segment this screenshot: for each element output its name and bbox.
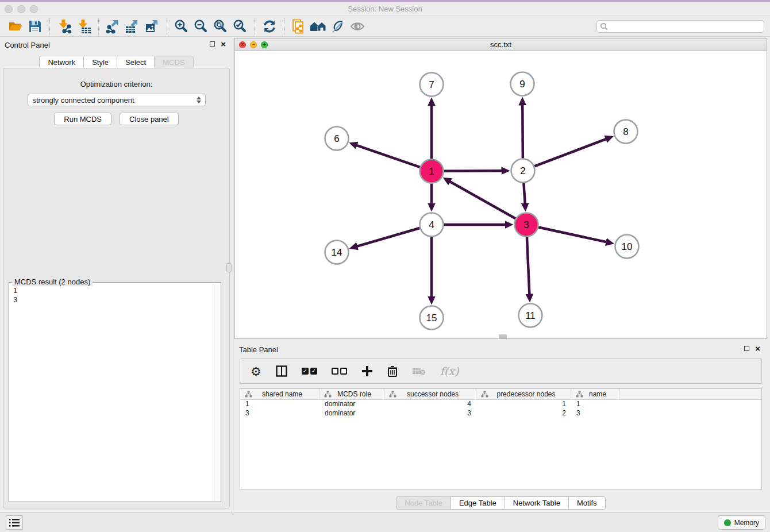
table-row[interactable]: 1dominator411 xyxy=(240,400,761,409)
column-header-successor-nodes[interactable]: successor nodes xyxy=(384,389,476,399)
table-row[interactable]: 3dominator323 xyxy=(240,409,761,418)
table-settings-button[interactable]: ⚙ xyxy=(251,365,261,377)
zoom-in-button[interactable] xyxy=(172,18,191,35)
result-scrollbar[interactable] xyxy=(213,284,220,500)
float-panel-icon[interactable] xyxy=(210,41,215,47)
search-input[interactable] xyxy=(596,20,764,33)
run-mcds-button[interactable]: Run MCDS xyxy=(54,113,111,125)
gear-icon: ⚙ xyxy=(251,365,261,377)
graph-node-4[interactable]: 4 xyxy=(420,213,444,237)
optimization-criterion-label: Optimization criterion: xyxy=(3,80,229,88)
table-cell: 1 xyxy=(240,400,319,409)
network-canvas[interactable]: 7968124314101511 xyxy=(235,51,767,338)
edge-1-2[interactable] xyxy=(444,171,503,171)
edge-3-10[interactable] xyxy=(538,228,608,242)
task-history-button[interactable] xyxy=(6,515,23,530)
column-header-shared-name[interactable]: shared name xyxy=(240,389,319,399)
close-panel-icon[interactable]: × xyxy=(755,346,760,351)
hierarchy-icon xyxy=(389,391,396,398)
column-header-mcds-role[interactable]: MCDS role xyxy=(319,389,384,399)
edge-4-14[interactable] xyxy=(355,228,419,247)
edge-3-11[interactable] xyxy=(527,237,530,296)
graph-node-2[interactable]: 2 xyxy=(511,159,535,183)
svg-text:6: 6 xyxy=(334,133,339,144)
table-cell: 3 xyxy=(571,409,619,418)
float-panel-icon[interactable] xyxy=(744,346,749,351)
graph-node-9[interactable]: 9 xyxy=(511,72,534,96)
zoom-selected-button[interactable] xyxy=(230,18,250,35)
export-table-icon xyxy=(125,19,140,34)
table-toolbar: ⚙ xyxy=(240,358,762,384)
open-file-button[interactable] xyxy=(6,18,25,35)
tab-edge-table[interactable]: Edge Table xyxy=(451,496,505,510)
close-panel-icon[interactable]: × xyxy=(221,41,226,47)
zoom-fit-button[interactable] xyxy=(211,18,230,35)
edge-2-3[interactable] xyxy=(523,183,525,205)
apply-layout-button[interactable] xyxy=(260,18,279,35)
network-graph: 7968124314101511 xyxy=(235,51,767,338)
edge-1-6[interactable] xyxy=(355,145,420,167)
graph-node-11[interactable]: 11 xyxy=(519,304,542,327)
graph-node-3[interactable]: 3 xyxy=(515,213,538,237)
export-image-icon xyxy=(145,19,160,34)
memory-button[interactable]: Memory xyxy=(718,515,765,530)
mcds-result-text[interactable]: 13 xyxy=(9,284,213,500)
graphics-details-button[interactable] xyxy=(328,18,348,35)
close-panel-button[interactable]: Close panel xyxy=(120,113,179,125)
graph-node-6[interactable]: 6 xyxy=(325,127,349,151)
select-all-button[interactable] xyxy=(302,368,317,375)
zoom-selected-icon xyxy=(233,19,248,34)
graph-node-14[interactable]: 14 xyxy=(325,241,349,264)
save-session-button[interactable] xyxy=(25,18,45,35)
graph-node-1[interactable]: 1 xyxy=(420,160,444,183)
network-splitter-handle[interactable] xyxy=(499,334,507,338)
graph-node-8[interactable]: 8 xyxy=(614,120,638,144)
table-cell: dominator xyxy=(319,400,384,409)
export-image-button[interactable] xyxy=(143,18,162,35)
network-frame-titlebar[interactable]: × − + scc.txt xyxy=(235,38,767,51)
export-network-button[interactable] xyxy=(103,18,123,35)
criterion-select[interactable]: strongly connected component xyxy=(28,94,206,106)
titlebar: Session: New Session xyxy=(0,2,770,16)
home-button[interactable] xyxy=(309,18,328,35)
table-body: 1dominator4113dominator323 xyxy=(240,400,761,418)
tab-mcds[interactable]: MCDS xyxy=(154,56,193,69)
table-cell: 4 xyxy=(384,400,476,409)
tab-select[interactable]: Select xyxy=(117,56,155,69)
edge-2-9[interactable] xyxy=(522,103,523,158)
zoom-out-button[interactable] xyxy=(191,18,211,35)
graph-node-15[interactable]: 15 xyxy=(420,306,444,330)
birdseye-view-button[interactable] xyxy=(348,18,367,35)
tab-style[interactable]: Style xyxy=(83,56,117,69)
svg-text:14: 14 xyxy=(332,247,342,258)
tab-node-table[interactable]: Node Table xyxy=(396,496,451,510)
export-table-button[interactable] xyxy=(123,18,143,35)
column-selector-button[interactable] xyxy=(276,365,287,377)
import-table-button[interactable] xyxy=(74,18,94,35)
svg-text:2: 2 xyxy=(520,165,525,176)
mcds-panel: Optimization criterion: strongly connect… xyxy=(3,68,230,508)
edge-3-1[interactable] xyxy=(448,180,515,218)
panel-splitter-handle[interactable] xyxy=(226,263,232,272)
tab-motifs[interactable]: Motifs xyxy=(568,496,606,510)
select-stepper-icon xyxy=(197,97,201,103)
deselect-all-button[interactable] xyxy=(332,368,347,375)
function-builder-button[interactable]: f(x) xyxy=(440,365,459,377)
delete-column-button[interactable] xyxy=(387,365,398,377)
clone-network-button[interactable] xyxy=(289,18,309,35)
column-header-name[interactable]: name xyxy=(571,389,619,399)
column-header-predecessor-nodes[interactable]: predecessor nodes xyxy=(476,389,571,399)
table-cell: 3 xyxy=(240,409,319,418)
graph-node-10[interactable]: 10 xyxy=(615,235,639,259)
edge-2-8[interactable] xyxy=(534,138,608,166)
memory-label: Memory xyxy=(734,519,759,527)
tab-network[interactable]: Network xyxy=(39,56,84,69)
tab-network-table[interactable]: Network Table xyxy=(505,496,569,510)
delete-table-button[interactable] xyxy=(412,367,426,376)
import-network-button[interactable] xyxy=(55,18,74,35)
homes-icon xyxy=(310,20,327,33)
add-column-button[interactable] xyxy=(361,365,373,377)
svg-text:7: 7 xyxy=(429,79,434,90)
graph-node-7[interactable]: 7 xyxy=(420,73,444,97)
svg-text:1: 1 xyxy=(429,166,434,177)
